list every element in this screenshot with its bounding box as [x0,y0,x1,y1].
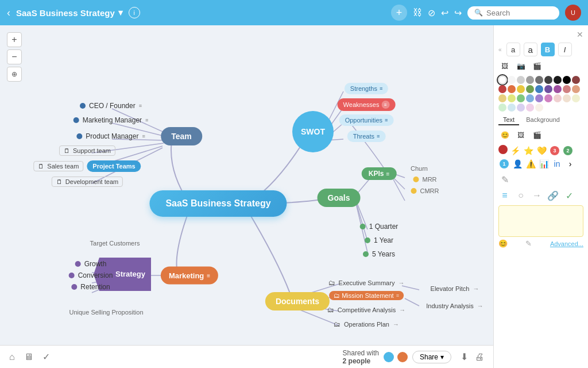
emoji-1[interactable]: 1 [498,158,510,170]
color-light-gray[interactable] [508,76,516,84]
quarter-goal[interactable]: 1 Quarter [360,223,399,231]
emoji-lightning[interactable]: ⚡ [509,145,521,156]
sales-team[interactable]: 🗒 Sales team Project Teams [33,160,141,172]
elevator-pitch[interactable]: Elevator Pitch → [431,285,479,292]
info-button[interactable]: i [129,7,140,18]
monitor-icon[interactable]: 🖥 [24,352,33,362]
format-bold-btn[interactable]: B [541,43,555,56]
color-dark-gray[interactable] [535,76,543,84]
zoom-reset-button[interactable]: ⊕ [7,67,22,82]
color-light-red[interactable] [563,85,571,93]
emoji-social-1[interactable]: 📊 [538,158,550,170]
sticker-photo-icon[interactable]: 🖼 [514,129,527,141]
emoji-2[interactable]: 2 [562,145,574,156]
zoom-out-button[interactable]: − [7,49,22,64]
share-button[interactable]: Share ▾ [412,351,451,363]
marketing-node[interactable]: Marketing ≡ [161,267,218,285]
swot-strengths[interactable]: Strengths ≡ [345,83,388,94]
advanced-link[interactable]: Advanced... [550,240,583,247]
color-light-blue[interactable] [526,94,534,102]
link-icon[interactable]: 🔗 [547,189,559,202]
panel-close-button[interactable]: ✕ [577,30,583,39]
image-icon[interactable]: 🖼 [498,60,511,72]
color-pink[interactable] [544,94,552,102]
redo-icon[interactable]: ↪ [454,7,462,18]
sticker-face-icon[interactable]: 😊 [498,129,511,141]
check-action-icon[interactable]: ✓ [563,189,575,202]
year-goal[interactable]: 1 Year [365,236,393,244]
five-years-goal[interactable]: 5 Years [363,250,395,258]
emoji-badge-3[interactable]: 3 [549,145,560,156]
conversion-item[interactable]: Conversion [69,271,113,279]
ceo-member[interactable]: CEO / Founder ≡ [80,102,142,110]
team-node[interactable]: Team [161,127,202,145]
swot-threats[interactable]: Threats ≡ [347,131,386,142]
text-tab[interactable]: Text [498,115,519,125]
arrow-action-icon[interactable]: → [531,189,543,202]
background-tab[interactable]: Background [521,115,564,125]
format-italic-btn[interactable]: I [558,43,572,56]
color-blue[interactable] [535,85,543,93]
color-cream[interactable] [563,94,571,102]
color-pale-pink[interactable] [526,103,534,112]
print-icon[interactable]: 🖨 [475,352,484,362]
emoji-star[interactable]: ⭐ [523,145,534,156]
color-peach[interactable] [572,85,580,93]
swot-node[interactable]: SWOT [292,111,334,152]
goals-node[interactable]: Goals [318,189,361,207]
format-text-btn-2[interactable]: a [524,43,537,56]
color-light-green[interactable] [517,94,525,102]
color-dark-red[interactable] [572,76,580,84]
swot-weaknesses[interactable]: Weaknesses ≡ [338,98,396,111]
emoji-warning[interactable]: ⚠️ [525,158,536,170]
emoji-red-circle[interactable] [498,145,508,154]
zoom-in-button[interactable]: + [7,32,22,47]
color-green[interactable] [526,85,534,93]
support-team[interactable]: 🗒 Support team [59,145,115,156]
emoji-social-2[interactable]: in [551,158,563,170]
dev-team[interactable]: 🗒 Development team [52,177,123,187]
pencil-small-icon[interactable]: ✎ [498,173,511,186]
smile-icon[interactable]: 😊 [498,239,508,248]
emoji-more[interactable]: › [564,158,576,170]
retention-item[interactable]: Retention [71,283,110,291]
color-lime[interactable] [508,94,516,102]
color-mid-gray[interactable] [526,76,534,84]
kpis-node[interactable]: KPIs ≡ [362,167,397,180]
operations-plan[interactable]: 🗂 Operations Plan → [334,320,399,328]
list-icon[interactable]: ≡ [498,189,511,202]
document-title[interactable]: SaaS Business Strategy ▾ [16,7,123,18]
swot-opportunities[interactable]: Opportunities ≡ [339,114,394,126]
color-white[interactable] [498,76,506,84]
home-icon[interactable]: ⌂ [9,352,15,362]
connect-icon[interactable]: ⛓ [413,7,422,18]
download-icon[interactable]: ⬇ [461,351,468,362]
documents-node[interactable]: Documents [265,292,330,310]
undo-icon[interactable]: ↩ [441,7,448,18]
color-charcoal[interactable] [544,76,552,84]
color-violet[interactable] [554,85,562,93]
product-manager[interactable]: Product Manager ≡ [76,132,145,140]
search-input[interactable] [486,9,555,17]
expand-btn[interactable]: « [498,47,502,53]
emoji-heart[interactable]: 💛 [536,145,547,156]
color-red[interactable] [498,85,506,93]
competitive-analysis[interactable]: 🗂 Competitive Analysis → [327,306,406,314]
color-blush[interactable] [554,94,562,102]
search-box[interactable]: 🔍 [467,6,559,20]
circle-action-icon[interactable]: ○ [514,189,527,202]
note-area[interactable] [498,205,583,237]
canvas[interactable]: + − ⊕ [0,25,493,368]
marketing-manager[interactable]: Marketing Manager ≡ [74,116,149,124]
color-yellow[interactable] [517,85,525,93]
add-button[interactable]: + [391,5,407,21]
color-pale-purple[interactable] [517,103,525,112]
color-purple[interactable] [544,85,552,93]
central-node[interactable]: SaaS Business Strategy [149,190,287,217]
growth-item[interactable]: Growth [75,260,107,268]
color-orange[interactable] [508,85,516,93]
project-teams-badge[interactable]: Project Teams [87,160,141,172]
color-pale-green[interactable] [498,103,506,112]
photo-icon[interactable]: 📷 [514,60,527,72]
check-icon[interactable]: ✓ [42,351,50,362]
